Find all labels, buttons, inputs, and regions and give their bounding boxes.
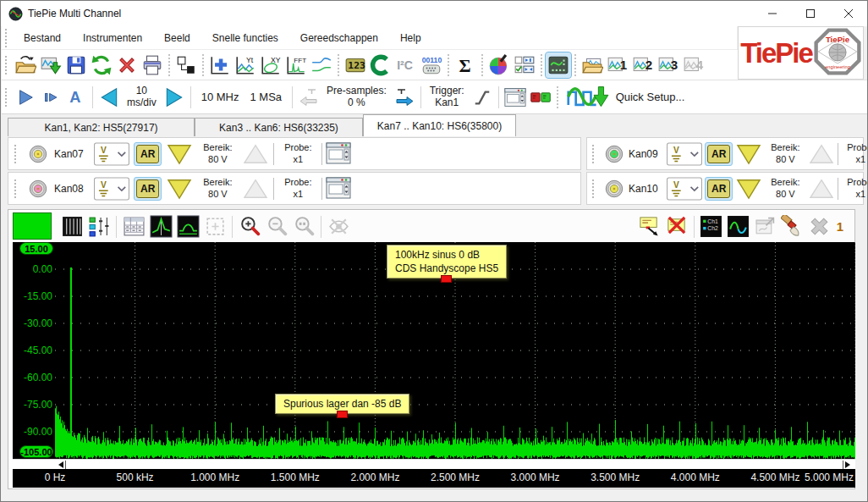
y-axis-range-handle[interactable]: -105.00 — [19, 445, 53, 458]
can-bus-icon[interactable] — [368, 52, 393, 78]
range-display: Bereik:80 V — [197, 142, 238, 164]
scroll-thumb-left[interactable] — [65, 461, 66, 469]
tab-3[interactable]: Kan7 .. Kan10: HS6(35800) — [363, 114, 516, 136]
row-grip[interactable] — [14, 145, 18, 163]
coupling-select[interactable]: V — [93, 177, 130, 201]
spectrum-display-icon[interactable] — [174, 213, 201, 240]
sample-rate: 10 MHz — [201, 91, 239, 103]
auto-setup-icon[interactable]: A — [63, 85, 89, 110]
graph-display-icon[interactable] — [546, 52, 571, 78]
fft-graph-icon[interactable]: FFT — [283, 52, 309, 78]
one-shot-icon[interactable] — [38, 85, 63, 110]
trigger-slope-icon[interactable] — [470, 85, 495, 110]
plot-annotation-2[interactable]: Spurious lager dan -85 dB — [275, 394, 409, 414]
print-icon[interactable] — [140, 52, 165, 78]
menu-bestand[interactable]: Bestand — [13, 28, 72, 48]
trigger-settings-icon[interactable] — [503, 85, 528, 110]
autoranging-button[interactable]: AR — [134, 177, 162, 201]
sum-functions-icon[interactable]: Σ — [453, 52, 478, 78]
range-decrease-button[interactable] — [165, 176, 194, 201]
coupling-select[interactable]: V — [93, 142, 130, 166]
graph-1-icon[interactable]: 1 — [605, 52, 630, 78]
timebase-decrease-icon[interactable] — [96, 85, 122, 110]
row-separator — [321, 143, 322, 165]
quick-setup-button[interactable]: Quick Setup... — [613, 91, 685, 103]
range-value: 80 V — [765, 154, 805, 165]
app-icon — [8, 7, 23, 21]
axes-sliders-icon[interactable] — [85, 213, 113, 240]
multimeter-123-icon[interactable]: 123 — [343, 52, 368, 78]
channel-label: Kan10 — [629, 183, 664, 195]
plot-annotation-1[interactable]: 100kHz sinus 0 dBCDS Handyscope HS5 — [387, 245, 507, 279]
toolbar-separator — [448, 54, 449, 76]
row-grip[interactable] — [14, 179, 18, 198]
range-decrease-button[interactable] — [165, 141, 194, 167]
color-settings-icon[interactable] — [486, 52, 512, 78]
autoranging-button[interactable]: AR — [705, 177, 733, 201]
tab-2[interactable]: Kan3 .. Kan6: HS6(33235) — [195, 118, 363, 136]
timebase-increase-icon[interactable] — [162, 85, 187, 110]
add-comment-icon[interactable] — [636, 213, 663, 240]
toolbar-grip[interactable] — [5, 56, 8, 74]
trace-style-icon[interactable] — [725, 213, 752, 240]
tab-1[interactable]: Kan1, Kan2: HS5(27917) — [8, 118, 195, 136]
add-instrument-icon[interactable] — [207, 52, 233, 78]
toolbar-grip[interactable] — [5, 88, 8, 107]
coupling-select[interactable]: V — [666, 142, 703, 166]
open-graph-icon[interactable] — [580, 52, 605, 78]
channel-column-left: Kan07VARBereik:80 VProbe:x1Kan08VARBerei… — [8, 137, 581, 207]
autoranging-button[interactable]: AR — [705, 142, 733, 166]
plot-area[interactable]: 100kHz sinus 0 dBCDS Handyscope HS5Spuri… — [55, 242, 855, 459]
autoranging-button[interactable]: AR — [134, 142, 162, 166]
maximize-button[interactable] — [791, 1, 829, 26]
yt-graph-icon[interactable]: Yt — [233, 52, 258, 78]
row-grip[interactable] — [592, 179, 596, 198]
range-decrease-button[interactable] — [734, 141, 763, 167]
coupling-select[interactable]: V — [666, 177, 703, 201]
row-grip[interactable] — [592, 145, 596, 163]
save-file-icon[interactable] — [63, 52, 89, 78]
meas-table-icon[interactable] — [120, 213, 147, 240]
io-leds-icon[interactable] — [528, 85, 553, 110]
del-comment-icon[interactable] — [663, 213, 690, 240]
legend-icon[interactable]: Ch1Ch2 — [698, 213, 725, 240]
yt-display-icon[interactable] — [147, 213, 174, 240]
channel-settings-button[interactable] — [326, 142, 353, 166]
menu-instrumenten[interactable]: Instrumenten — [72, 28, 153, 48]
delete-file-icon[interactable] — [114, 52, 140, 78]
close-graph-icon[interactable] — [806, 213, 833, 240]
minimize-button[interactable] — [753, 1, 791, 26]
xy-graph-icon[interactable]: XY — [258, 52, 283, 78]
svg-text:4: 4 — [696, 58, 704, 72]
scroll-right-icon[interactable] — [843, 461, 852, 469]
clear-drawings-icon[interactable] — [779, 213, 806, 240]
open-file-icon[interactable] — [13, 52, 38, 78]
i2c-icon[interactable]: I²C — [393, 52, 419, 78]
presample-inc-icon[interactable] — [392, 85, 417, 110]
graph-3-icon[interactable]: 3 — [656, 52, 681, 78]
grid-icon[interactable] — [58, 213, 85, 240]
range-decrease-button[interactable] — [734, 176, 763, 201]
digital-io-icon[interactable]: 00110 — [419, 52, 444, 78]
channel-settings-button[interactable] — [326, 177, 353, 201]
zoom-in-icon[interactable] — [236, 213, 263, 240]
filter-graph-icon[interactable] — [309, 52, 334, 78]
graph-2-icon[interactable]: 2 — [630, 52, 656, 78]
menu-help[interactable]: Help — [389, 28, 432, 48]
plot-scrollbar[interactable] — [13, 459, 855, 469]
toolbar-grip[interactable] — [5, 29, 8, 47]
scroll-left-icon[interactable] — [57, 461, 65, 469]
window-controls — [753, 1, 867, 26]
menu-beeld[interactable]: Beeld — [153, 28, 201, 48]
open-measurement-icon[interactable] — [38, 52, 63, 78]
object-tree-icon[interactable] — [173, 52, 199, 78]
y-axis-tick: -30.00 — [14, 317, 52, 330]
menu-snelle-functies[interactable]: Snelle functies — [201, 28, 289, 48]
start-icon[interactable] — [13, 85, 38, 110]
close-button[interactable] — [829, 1, 867, 26]
refresh-icon[interactable] — [89, 52, 114, 78]
quick-setup-icon[interactable] — [562, 85, 613, 110]
menu-gereedschappen[interactable]: Gereedschappen — [289, 28, 389, 48]
panel-toggle-icon[interactable] — [512, 52, 537, 78]
y-axis-range-handle[interactable]: 15.00 — [19, 242, 53, 255]
